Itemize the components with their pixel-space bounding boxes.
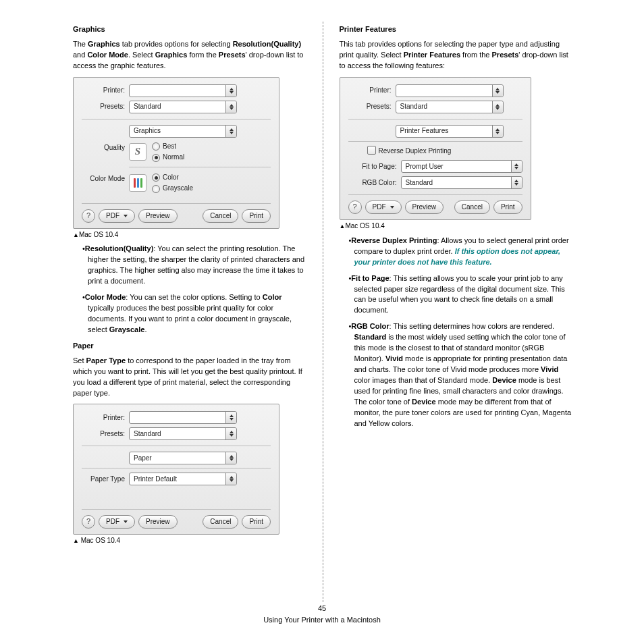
quality-normal-radio[interactable]: Normal [152,153,184,163]
rgb-color-label: RGB Color: [348,178,401,188]
colormode-label: Color Mode [82,173,129,184]
preview-button[interactable]: Preview [138,515,178,529]
quality-best-radio[interactable]: Best [152,142,184,152]
print-button[interactable]: Print [242,515,271,529]
stepper-icon [225,101,236,113]
stepper-icon [225,473,236,485]
radio-icon [152,142,160,151]
paper-paragraph: Set Paper Type to correspond to the pape… [73,356,306,399]
stepper-icon [225,412,236,423]
checkbox-icon [367,146,376,155]
stepper-icon [492,126,503,137]
graphics-caption: Mac OS 10.4 [73,230,306,240]
graphics-heading: Graphics [73,24,306,35]
stepper-icon [225,452,236,464]
rgb-color-select[interactable]: Standard [401,176,522,189]
preview-button[interactable]: Preview [138,209,178,223]
help-button[interactable]: ? [82,209,95,223]
reverse-duplex-checkbox[interactable]: Reverse Duplex Printing [348,146,522,157]
paper-dialog: Printer: Presets: Standard Paper Paper [73,404,279,535]
printer-features-paragraph: This tab provides options for selecting … [340,39,573,72]
cancel-button[interactable]: Cancel [454,200,490,214]
pdf-button[interactable]: PDF [365,200,402,214]
fit-to-page-label: Fit to Page: [348,162,401,172]
presets-label: Presets: [82,429,129,439]
help-button[interactable]: ? [82,515,95,529]
print-button[interactable]: Print [242,209,271,223]
resolution-bullet: Resolution(Quality): You can select the … [82,244,306,287]
fit-to-page-bullet: Fit to Page: This setting allows you to … [349,273,573,317]
cancel-button[interactable]: Cancel [203,209,238,223]
fit-to-page-select[interactable]: Prompt User [401,160,522,173]
papertype-select[interactable]: Printer Default [129,473,237,485]
radio-icon [152,154,160,162]
stepper-icon [492,85,503,97]
presets-select[interactable]: Standard [129,427,237,440]
grayscale-radio[interactable]: Grayscale [152,184,193,194]
paper-caption: Mac OS 10.4 [73,536,306,546]
printer-label: Printer: [82,413,129,423]
stepper-icon [225,428,236,439]
pf-caption: Mac OS 10.4 [340,221,573,232]
help-button[interactable]: ? [348,200,362,214]
pane-select[interactable]: Paper [129,452,237,464]
quality-label: Quality [82,142,129,153]
pdf-button[interactable]: PDF [99,515,135,529]
printer-features-heading: Printer Features [340,24,573,35]
printer-select[interactable] [129,411,237,424]
colormode-swatch [129,174,146,192]
color-radio[interactable]: Color [152,173,193,183]
page-footer: 45 Using Your Printer with a Macintosh [0,603,644,625]
printer-select[interactable] [129,84,237,97]
graphics-paragraph: The Graphics tab provides options for se… [73,39,306,72]
presets-select[interactable]: Standard [396,101,504,113]
quality-swatch: S [129,143,146,161]
printer-label: Printer: [348,86,396,96]
radio-icon [152,173,160,182]
footer-text: Using Your Printer with a Macintosh [0,614,644,626]
print-button[interactable]: Print [493,200,522,214]
pane-select[interactable]: Printer Features [396,125,504,138]
stepper-icon [511,161,522,172]
stepper-icon [511,177,522,188]
papertype-label: Paper Type [82,475,129,485]
stepper-icon [492,101,503,113]
rgb-color-bullet: RGB Color: This setting determines how c… [349,321,573,429]
printer-select[interactable] [396,84,504,97]
presets-label: Presets: [82,102,129,112]
graphics-dialog: Printer: Presets: Standard Graphics [73,77,279,229]
preview-button[interactable]: Preview [405,200,444,214]
printer-features-dialog: Printer: Presets: Standard Printer Featu… [340,77,531,221]
colormode-bullet: Color Mode: You can set the color option… [82,292,306,336]
pane-select[interactable]: Graphics [129,125,237,138]
pdf-button[interactable]: PDF [99,209,135,223]
presets-label: Presets: [348,102,396,112]
radio-icon [152,185,160,193]
stepper-icon [225,126,236,137]
reverse-duplex-bullet: Reverse Duplex Printing: Allows you to s… [349,236,573,268]
stepper-icon [225,85,236,97]
presets-select[interactable]: Standard [129,101,237,113]
cancel-button[interactable]: Cancel [203,515,238,529]
page-number: 45 [0,603,644,614]
printer-label: Printer: [82,86,129,96]
paper-heading: Paper [73,341,306,352]
